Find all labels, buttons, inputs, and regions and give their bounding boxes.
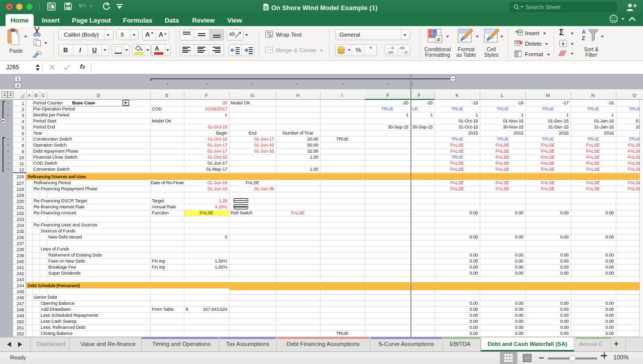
svg-text:≠: ≠ [437, 36, 441, 43]
